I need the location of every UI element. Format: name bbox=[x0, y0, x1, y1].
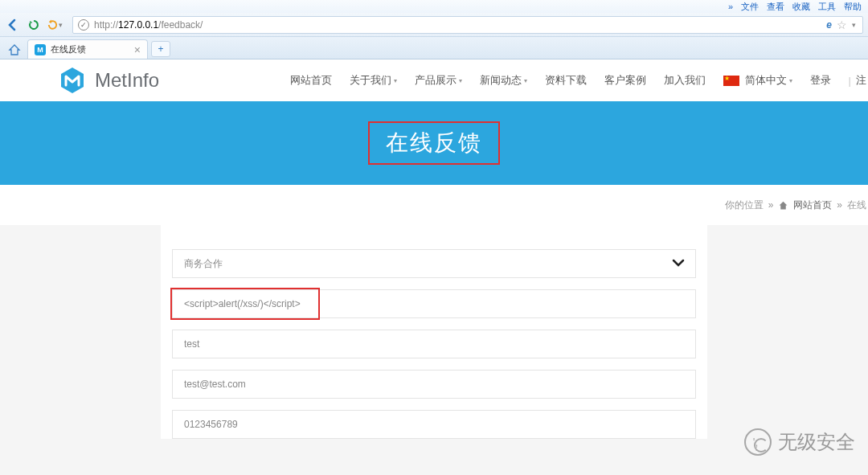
hero-title: 在线反馈 bbox=[386, 128, 482, 158]
nav-language[interactable]: 简体中文▾ bbox=[723, 73, 792, 88]
nav-login[interactable]: 登录 bbox=[810, 73, 831, 88]
watermark-text: 无级安全 bbox=[778, 429, 855, 455]
compat-mode-icon[interactable]: e bbox=[826, 19, 832, 31]
back-button[interactable] bbox=[5, 17, 21, 33]
logo-hexagon-icon bbox=[58, 66, 87, 95]
undo-button[interactable]: ▾ bbox=[47, 17, 63, 33]
menu-favorites[interactable]: 收藏 bbox=[792, 1, 810, 13]
refresh-button[interactable] bbox=[26, 17, 42, 33]
browser-toolbar: ▾ ✓ http://127.0.0.1/feedback/ e ☆ ▾ bbox=[0, 13, 868, 37]
nav-downloads[interactable]: 资料下载 bbox=[545, 73, 587, 88]
security-shield-icon: ✓ bbox=[78, 19, 89, 31]
breadcrumb: 你的位置 » 网站首页 » 在线 bbox=[0, 185, 868, 225]
site-logo[interactable]: MetInfo bbox=[58, 66, 159, 95]
nav-cases[interactable]: 客户案例 bbox=[604, 73, 646, 88]
category-select[interactable]: 商务合作 bbox=[172, 249, 696, 278]
chevron-down-icon: ▾ bbox=[524, 77, 527, 84]
main-nav: 网站首页 关于我们▾ 产品展示▾ 新闻动态▾ 资料下载 客户案例 加入我们 简体… bbox=[290, 73, 868, 88]
browser-tabs: M 在线反馈 × + bbox=[0, 37, 868, 59]
form-section: 商务合作 bbox=[0, 225, 868, 475]
nav-register[interactable]: 注 bbox=[856, 73, 866, 88]
browser-top-menus: » 文件 查看 收藏 工具 帮助 bbox=[0, 0, 868, 13]
chevron-down-icon: ▾ bbox=[789, 77, 792, 84]
nav-home[interactable]: 网站首页 bbox=[290, 73, 332, 88]
nav-about[interactable]: 关于我们▾ bbox=[350, 73, 397, 88]
form-field-email bbox=[172, 370, 696, 399]
new-tab-button[interactable]: + bbox=[151, 41, 170, 57]
nav-news[interactable]: 新闻动态▾ bbox=[480, 73, 527, 88]
phone-input[interactable] bbox=[172, 410, 696, 439]
text-input-2[interactable] bbox=[172, 330, 696, 358]
form-field-2 bbox=[172, 330, 696, 358]
nav-join[interactable]: 加入我们 bbox=[664, 73, 706, 88]
tab-favicon: M bbox=[35, 44, 46, 55]
breadcrumb-home-link[interactable]: 网站首页 bbox=[793, 199, 832, 212]
breadcrumb-sep: » bbox=[768, 199, 774, 211]
hero-title-highlight: 在线反馈 bbox=[368, 121, 500, 165]
breadcrumb-sep: » bbox=[837, 199, 842, 211]
home-icon bbox=[778, 199, 788, 211]
tab-feedback[interactable]: M 在线反馈 × bbox=[27, 39, 148, 59]
email-input[interactable] bbox=[172, 370, 696, 399]
breadcrumb-prefix: 你的位置 bbox=[725, 199, 764, 212]
hero-banner: 在线反馈 bbox=[0, 101, 868, 185]
page-content: MetInfo 网站首页 关于我们▾ 产品展示▾ 新闻动态▾ 资料下载 客户案例… bbox=[0, 59, 868, 475]
svg-marker-0 bbox=[61, 68, 84, 93]
undo-dropdown-icon: ▾ bbox=[59, 21, 63, 29]
nav-products[interactable]: 产品展示▾ bbox=[415, 73, 462, 88]
site-header: MetInfo 网站首页 关于我们▾ 产品展示▾ 新闻动态▾ 资料下载 客户案例… bbox=[0, 59, 868, 101]
form-field-phone bbox=[172, 410, 696, 439]
menu-more[interactable]: » bbox=[728, 2, 733, 11]
logo-text: MetInfo bbox=[95, 69, 159, 92]
menu-help[interactable]: 帮助 bbox=[844, 1, 862, 13]
menu-file[interactable]: 文件 bbox=[741, 1, 759, 13]
menu-tools[interactable]: 工具 bbox=[818, 1, 836, 13]
name-input[interactable] bbox=[172, 289, 696, 318]
breadcrumb-current: 在线 bbox=[847, 199, 866, 212]
favorite-star-icon[interactable]: ☆ bbox=[837, 18, 847, 31]
url-input[interactable]: ✓ http://127.0.0.1/feedback/ e ☆ ▾ bbox=[72, 16, 863, 34]
flag-cn-icon bbox=[723, 76, 739, 86]
url-text: http://127.0.0.1/feedback/ bbox=[94, 19, 203, 31]
tab-title: 在线反馈 bbox=[51, 43, 86, 55]
chevron-down-icon: ▾ bbox=[459, 77, 462, 84]
home-tab-button[interactable] bbox=[5, 41, 24, 59]
wechat-icon: ', bbox=[744, 428, 772, 456]
form-field-name bbox=[172, 289, 696, 318]
form-field-category: 商务合作 bbox=[172, 249, 696, 278]
chevron-down-icon: ▾ bbox=[394, 77, 397, 84]
menu-view[interactable]: 查看 bbox=[767, 1, 784, 13]
tab-close-icon[interactable]: × bbox=[134, 43, 141, 56]
url-dropdown-icon[interactable]: ▾ bbox=[852, 21, 856, 29]
nav-divider: | bbox=[849, 75, 851, 87]
watermark: ', 无级安全 bbox=[744, 428, 855, 456]
